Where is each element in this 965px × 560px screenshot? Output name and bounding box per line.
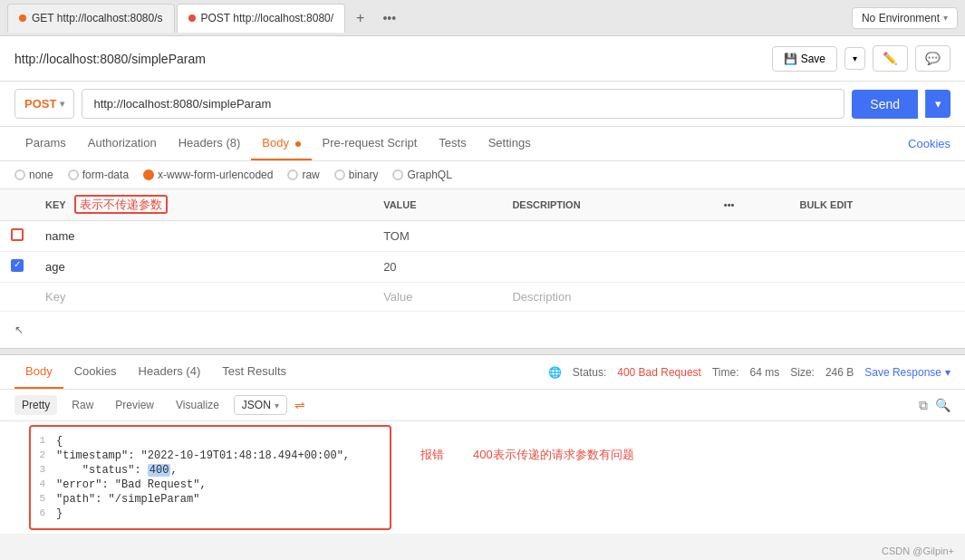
- size-label: Size:: [790, 366, 815, 379]
- tab-pre-request[interactable]: Pre-request Script: [312, 127, 429, 160]
- response-tab-test-results[interactable]: Test Results: [211, 355, 297, 389]
- annotation-error-label: 报错: [420, 447, 444, 463]
- time-label: Time:: [712, 366, 739, 379]
- graphql-label: GraphQL: [407, 169, 451, 181]
- response-tab-test-results-label: Test Results: [222, 364, 286, 378]
- code-line-2: 2 "timestamp": "2022-10-19T01:48:18.494+…: [31, 449, 390, 463]
- code-area: 1 { 2 "timestamp": "2022-10-19T01:48:18.…: [29, 425, 391, 530]
- copy-icon[interactable]: ⧉: [919, 398, 928, 413]
- body-dot-indicator: [295, 141, 301, 147]
- row3-key[interactable]: Key: [34, 283, 372, 312]
- annotation-desc-label: 400表示传递的请求参数有问题: [473, 447, 634, 463]
- tab-pre-request-label: Pre-request Script: [323, 136, 418, 150]
- format-tab-preview[interactable]: Preview: [108, 395, 161, 415]
- response-format-bar: Pretty Raw Preview Visualize JSON ▾ ⇌ ⧉ …: [0, 390, 965, 421]
- urlencoded-label: x-www-form-urlencoded: [158, 169, 273, 181]
- response-tab-cookies[interactable]: Cookies: [63, 355, 128, 389]
- tab-params[interactable]: Params: [14, 127, 77, 160]
- tab-params-label: Params: [25, 136, 66, 150]
- add-tab-button[interactable]: +: [347, 6, 373, 30]
- row1-key[interactable]: name: [34, 221, 372, 252]
- time-value: 64 ms: [750, 366, 780, 379]
- comment-icon-button[interactable]: 💬: [915, 45, 951, 72]
- tab-headers[interactable]: Headers (8): [168, 127, 252, 160]
- tab-settings[interactable]: Settings: [478, 127, 542, 160]
- get-tab[interactable]: GET http://localhost:8080/s: [7, 4, 175, 33]
- row1-description[interactable]: [501, 221, 712, 252]
- cookies-button[interactable]: Cookies: [908, 128, 951, 159]
- size-value: 246 B: [825, 366, 854, 379]
- body-type-graphql[interactable]: GraphQL: [392, 169, 451, 181]
- nav-tabs: Params Authorization Headers (8) Body Pr…: [0, 127, 965, 161]
- row2-description[interactable]: [501, 252, 712, 283]
- code-line-5: 5 "path": "/simpleParam": [31, 492, 390, 507]
- format-tab-visualize[interactable]: Visualize: [169, 395, 227, 415]
- response-tab-headers-label: Headers (4): [139, 364, 201, 378]
- response-tab-cookies-label: Cookies: [74, 364, 117, 378]
- row3-checkbox-cell: [0, 283, 34, 312]
- tab-body[interactable]: Body: [251, 127, 311, 160]
- body-type-urlencoded[interactable]: x-www-form-urlencoded: [143, 169, 273, 181]
- body-type-form-data[interactable]: form-data: [68, 169, 129, 181]
- params-table: KEY 表示不传递参数 VALUE DESCRIPTION ••• Bulk E…: [0, 189, 965, 312]
- save-icon: 💾: [784, 53, 797, 65]
- format-tab-raw[interactable]: Raw: [64, 395, 101, 415]
- tab-authorization-label: Authorization: [88, 136, 157, 150]
- tab-tests[interactable]: Tests: [428, 127, 477, 160]
- body-type-none[interactable]: none: [14, 169, 53, 181]
- row1-value[interactable]: TOM: [372, 221, 501, 252]
- response-tab-headers[interactable]: Headers (4): [128, 355, 212, 389]
- body-type-raw[interactable]: raw: [287, 169, 319, 181]
- line-num-3: 3: [31, 464, 56, 477]
- tab-tests-label: Tests: [439, 136, 466, 150]
- table-row: name TOM: [0, 221, 965, 252]
- params-table-container: KEY 表示不传递参数 VALUE DESCRIPTION ••• Bulk E…: [0, 189, 965, 348]
- row2-key[interactable]: age: [34, 252, 372, 283]
- json-selector[interactable]: JSON ▾: [234, 395, 287, 415]
- col-value: VALUE: [372, 189, 501, 221]
- response-tab-body-label: Body: [25, 364, 53, 378]
- edit-icon-button[interactable]: ✏️: [873, 45, 908, 72]
- method-chevron-icon: ▾: [60, 99, 64, 109]
- table-row: age 20: [0, 252, 965, 283]
- status-key: "status":: [82, 464, 148, 477]
- tab-authorization[interactable]: Authorization: [77, 127, 168, 160]
- method-selector[interactable]: POST ▾: [14, 89, 74, 119]
- col-bulk-edit[interactable]: Bulk Edit: [788, 189, 965, 221]
- search-icon[interactable]: 🔍: [935, 398, 951, 413]
- line-num-5: 5: [31, 493, 56, 506]
- raw-label: raw: [302, 169, 319, 181]
- cursor-area: ↖: [0, 312, 965, 348]
- response-tab-body[interactable]: Body: [14, 355, 63, 389]
- url-bar-container: http://localhost:8080/simpleParam 💾 Save…: [0, 36, 965, 82]
- url-input[interactable]: [82, 89, 844, 119]
- row1-checkbox[interactable]: [11, 228, 24, 241]
- save-arrow-button[interactable]: ▾: [844, 47, 865, 70]
- none-label: none: [29, 169, 53, 181]
- format-tab-pretty[interactable]: Pretty: [14, 395, 57, 415]
- row2-checkbox[interactable]: [11, 259, 24, 272]
- row3-value[interactable]: Value: [372, 283, 501, 312]
- tab-body-label: Body: [262, 136, 289, 150]
- body-type-binary[interactable]: binary: [334, 169, 379, 181]
- send-arrow-button[interactable]: ▾: [925, 90, 951, 118]
- form-data-label: form-data: [82, 169, 129, 181]
- format-icon[interactable]: ⇌: [294, 398, 305, 412]
- send-button[interactable]: Send: [852, 90, 918, 119]
- save-response-button[interactable]: Save Response ▾: [864, 366, 951, 379]
- row3-description[interactable]: Description: [501, 283, 712, 312]
- environment-selector[interactable]: No Environment ▾: [852, 7, 958, 29]
- chevron-down-icon: ▾: [943, 13, 948, 23]
- post-tab[interactable]: POST http://localhost:8080/: [177, 4, 346, 33]
- tab-more-button[interactable]: •••: [375, 7, 403, 29]
- save-button[interactable]: 💾 Save: [772, 46, 837, 72]
- globe-icon: 🌐: [548, 366, 562, 379]
- save-response-label: Save Response: [864, 366, 941, 379]
- response-status-area: 🌐 Status: 400 Bad Request Time: 64 ms Si…: [548, 366, 951, 379]
- save-label: Save: [801, 53, 825, 65]
- cursor-icon: ↖: [14, 323, 24, 336]
- col-more[interactable]: •••: [713, 189, 789, 221]
- col-checkbox: [0, 189, 34, 221]
- tab-headers-label: Headers (8): [179, 136, 241, 150]
- row2-value[interactable]: 20: [372, 252, 501, 283]
